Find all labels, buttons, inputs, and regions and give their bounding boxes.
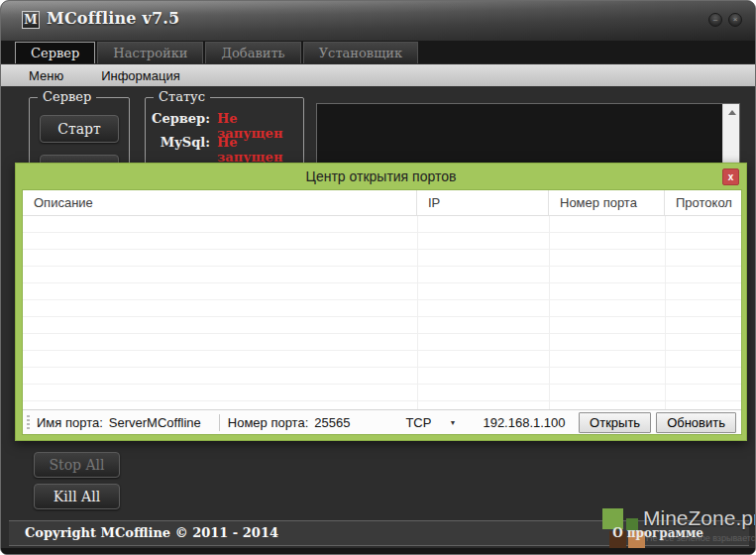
stop-all-button[interactable]: Stop All bbox=[34, 452, 120, 478]
app-window: M MCoffline v7.5 – × Сервер Настройки До… bbox=[0, 0, 756, 555]
status-mysql-label: MySql: bbox=[146, 135, 210, 150]
tab-settings[interactable]: Настройки bbox=[97, 42, 203, 63]
status-group-legend: Статус bbox=[154, 89, 210, 104]
ip-address-value: 192.168.1.100 bbox=[483, 415, 565, 430]
window-title: MCoffline v7.5 bbox=[47, 9, 179, 28]
console-scrollbar[interactable] bbox=[722, 104, 739, 171]
window-bottom-edge bbox=[1, 548, 755, 555]
port-center-dialog: Центр открытия портов x Описание IP Номе… bbox=[15, 163, 747, 441]
protocol-select[interactable]: TCP ▼ bbox=[405, 415, 461, 430]
app-icon: M bbox=[22, 11, 40, 29]
menu-bar: Меню Информация bbox=[1, 63, 755, 86]
column-header-protocol[interactable]: Протокол bbox=[665, 190, 741, 215]
toolbar-grip-icon bbox=[27, 415, 30, 430]
toolbar-divider bbox=[219, 414, 220, 431]
tab-add[interactable]: Добавить bbox=[205, 42, 300, 63]
port-name-field[interactable]: ServerMCoffline bbox=[109, 415, 201, 430]
status-mysql-value: Не запущен bbox=[217, 135, 303, 165]
column-header-description[interactable]: Описание bbox=[23, 190, 417, 215]
title-bar: M MCoffline v7.5 – × bbox=[1, 1, 755, 41]
refresh-button[interactable]: Обновить bbox=[656, 412, 736, 433]
dialog-toolbar: Имя порта: ServerMCoffline Номер порта: … bbox=[23, 409, 741, 434]
server-group-legend: Сервер bbox=[38, 89, 96, 104]
menu-item-menu[interactable]: Меню bbox=[29, 68, 63, 83]
column-header-port[interactable]: Номер порта bbox=[549, 190, 665, 215]
open-port-button[interactable]: Открыть bbox=[579, 412, 651, 433]
column-header-ip[interactable]: IP bbox=[417, 190, 549, 215]
dialog-close-button[interactable]: x bbox=[722, 168, 739, 185]
port-name-label: Имя порта: bbox=[37, 415, 103, 430]
protocol-value: TCP bbox=[405, 415, 431, 430]
close-button[interactable]: × bbox=[728, 13, 742, 27]
chevron-down-icon: ▼ bbox=[449, 419, 456, 426]
table-header-row: Описание IP Номер порта Протокол bbox=[23, 190, 741, 216]
kill-all-button[interactable]: Kill All bbox=[34, 484, 120, 509]
menu-item-information[interactable]: Информация bbox=[101, 68, 180, 83]
dialog-body: Описание IP Номер порта Протокол Имя пор… bbox=[22, 189, 742, 435]
tab-installer[interactable]: Установщик bbox=[303, 42, 418, 63]
scroll-up-icon[interactable] bbox=[723, 104, 740, 121]
dialog-title: Центр открытия портов bbox=[16, 164, 746, 189]
port-number-field[interactable]: 25565 bbox=[314, 415, 350, 430]
tab-server[interactable]: Сервер bbox=[15, 42, 95, 63]
table-body[interactable] bbox=[23, 216, 741, 410]
about-label[interactable]: О программе bbox=[612, 526, 703, 540]
port-number-label: Номер порта: bbox=[228, 415, 309, 430]
status-row-mysql: MySql: Не запущен bbox=[146, 135, 303, 153]
status-row-server: Сервер: Не запущен bbox=[146, 111, 303, 129]
column-separator bbox=[665, 216, 666, 410]
column-separator bbox=[549, 216, 550, 410]
tab-strip: Сервер Настройки Добавить Установщик bbox=[1, 41, 755, 63]
column-separator bbox=[417, 216, 418, 410]
start-button[interactable]: Старт bbox=[40, 115, 119, 143]
status-server-label: Сервер: bbox=[146, 111, 210, 126]
minimize-button[interactable]: – bbox=[708, 13, 722, 27]
